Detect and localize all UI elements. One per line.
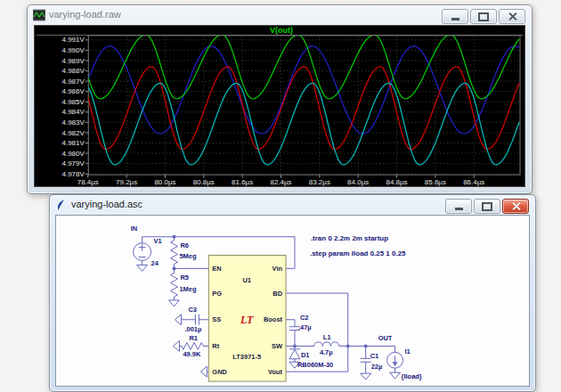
y-axis-label: 4.979V — [62, 159, 85, 167]
y-axis-label: 4.981V — [62, 139, 85, 147]
capacitor-C3[interactable]: C3 .001µ — [175, 306, 208, 333]
x-axis-label: 80.0µs — [154, 178, 175, 186]
waveform-doc-icon — [33, 9, 45, 21]
x-axis-label: 86.4µs — [463, 178, 484, 186]
pin-rt: Rt — [212, 342, 219, 350]
svg-text:.001µ: .001µ — [184, 325, 201, 333]
plus-minus-icon — [139, 244, 146, 257]
ground-gnd-pin[interactable] — [200, 366, 208, 377]
schematic-canvas[interactable]: IN V1 24 R6 5Meg — [55, 215, 530, 387]
svg-text:C2: C2 — [300, 314, 309, 322]
svg-text:D1: D1 — [301, 351, 310, 359]
maximize-icon — [478, 12, 489, 21]
plot-window-title: varying-load.raw — [49, 9, 121, 20]
waveform-plot[interactable]: V(out) 4.991V4.990V4.989V4.988V4.987V4.9… — [35, 26, 524, 186]
svg-text:U1: U1 — [242, 276, 251, 284]
y-axis-label: 4.983V — [62, 118, 85, 127]
svg-text:5Meg: 5Meg — [179, 253, 197, 261]
minimize-button[interactable] — [442, 9, 468, 24]
y-axis-label: 4.984V — [62, 109, 85, 117]
ground-icon — [175, 314, 181, 325]
plot-window: varying-load.raw V(out) 4.991V4.990V4.98… — [27, 4, 533, 194]
x-axis-label: 80.8µs — [193, 178, 215, 186]
svg-text:R1: R1 — [189, 334, 198, 342]
y-axis-label: 4.990V — [62, 46, 85, 54]
plot-frame — [88, 36, 520, 175]
inductor-L1[interactable]: L1 4.7µ — [314, 333, 339, 357]
pin-en: EN — [212, 265, 221, 273]
ground-icon — [390, 372, 401, 379]
spice-directive-tran[interactable]: .tran 0 2.2m 2m startup — [311, 234, 388, 242]
x-axis-label: 84.8µs — [386, 178, 407, 186]
net-label-out[interactable]: OUT — [378, 334, 393, 342]
pin-pg: PG — [212, 290, 222, 298]
svg-text:24: 24 — [151, 259, 159, 267]
plot-window-titlebar[interactable]: varying-load.raw — [28, 5, 532, 25]
close-button[interactable] — [502, 199, 529, 214]
current-source-I1[interactable]: I1 {Iload} — [387, 346, 422, 380]
capacitor-C1[interactable]: C1 22µ — [361, 346, 383, 380]
pin-vout: Vout — [268, 368, 283, 376]
schematic-drawing[interactable]: IN V1 24 R6 5Meg — [56, 216, 529, 386]
spice-directive-step[interactable]: .step param Iload 0.25 1 0.25 — [310, 249, 406, 257]
x-axis-label: 79.2µs — [116, 178, 137, 186]
y-axis-label: 4.982V — [62, 129, 85, 137]
svg-text:C3: C3 — [188, 306, 197, 314]
svg-text:1Meg: 1Meg — [179, 285, 197, 293]
close-icon — [508, 12, 517, 21]
minimize-icon — [451, 18, 459, 20]
x-axis-label: 83.2µs — [309, 178, 330, 186]
plot-window-controls — [442, 9, 525, 24]
svg-text:4.7µ: 4.7µ — [320, 348, 333, 356]
y-axis-label: 4.980V — [62, 150, 85, 158]
svg-text:{Iload}: {Iload} — [402, 372, 422, 380]
pin-sw: SW — [272, 342, 283, 350]
pin-vin: Vin — [272, 265, 283, 273]
y-axis-label: 4.989V — [62, 57, 85, 65]
x-axis-label: 78.4µs — [77, 178, 99, 186]
voltage-source-V1[interactable]: V1 24 — [134, 237, 162, 272]
maximize-button[interactable] — [470, 9, 497, 24]
close-button[interactable] — [499, 9, 525, 24]
ground-icon — [174, 341, 180, 352]
y-axis-label: 4.988V — [62, 67, 85, 75]
plot-legend-vout[interactable]: V(out) — [270, 26, 293, 35]
schematic-window-controls — [445, 199, 529, 214]
close-icon — [511, 201, 521, 211]
svg-text:R6: R6 — [180, 241, 189, 249]
schematic-window-titlebar[interactable]: varying-load.asc — [50, 195, 535, 215]
y-axis-label: 4.991V — [62, 37, 85, 45]
ic-U1-LT3971-5[interactable]: U1 LT LT3971-5 EN PG SS Rt GND Vin BD Bo… — [208, 256, 286, 382]
svg-text:RB060M-30: RB060M-30 — [297, 361, 333, 369]
minimize-button[interactable] — [445, 199, 472, 214]
resistor-R5[interactable]: R5 1Meg — [169, 268, 197, 306]
resistor-R6[interactable]: R6 5Meg — [171, 237, 197, 269]
capacitor-C2[interactable]: C2 .47µ — [286, 314, 312, 347]
trace-red — [88, 67, 519, 150]
pin-gnd: GND — [212, 368, 227, 376]
schematic-window: varying-load.asc IN — [49, 194, 536, 392]
x-axis-label: 81.6µs — [232, 178, 253, 186]
resistor-R1[interactable]: R1 49.9K — [174, 334, 209, 359]
y-axis-label: 4.986V — [62, 87, 85, 95]
x-axis-label: 82.4µs — [270, 178, 291, 186]
maximize-button[interactable] — [474, 199, 500, 214]
ground-icon — [169, 300, 180, 306]
svg-text:V1: V1 — [154, 237, 162, 245]
schematic-window-title: varying-load.asc — [71, 199, 142, 209]
svg-text:.47µ: .47µ — [298, 323, 312, 331]
svg-text:L1: L1 — [323, 333, 331, 341]
pin-boost: Boost — [264, 315, 283, 323]
desktop: varying-load.raw V(out) 4.991V4.990V4.98… — [0, 0, 561, 392]
y-axis-label: 4.985V — [62, 98, 85, 106]
svg-text:49.9K: 49.9K — [183, 350, 201, 358]
pin-bd: BD — [272, 290, 282, 298]
maximize-icon — [482, 202, 492, 211]
lt-logo: LT — [240, 314, 254, 326]
waveform-panel[interactable]: V(out) 4.991V4.990V4.989V4.988V4.987V4.9… — [34, 25, 525, 187]
y-axis-label: 4.987V — [62, 78, 85, 86]
net-label-in[interactable]: IN — [131, 225, 137, 233]
svg-text:22µ: 22µ — [371, 363, 383, 371]
arrow-head-icon — [393, 362, 398, 366]
x-axis-label: 84.0µs — [347, 178, 369, 186]
